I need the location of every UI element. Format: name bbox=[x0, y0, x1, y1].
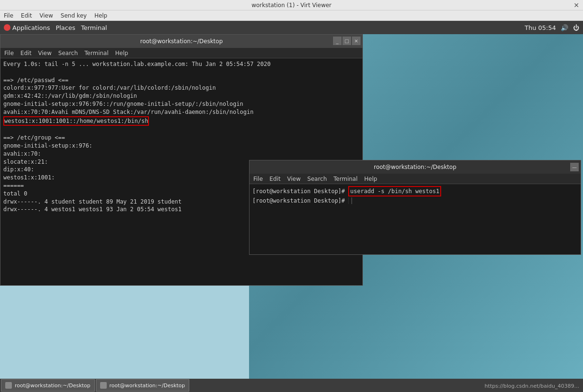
desktop: root@workstation:~/Desktop _ □ ✕ File Ed… bbox=[0, 34, 583, 392]
menu-help[interactable]: Help bbox=[94, 12, 107, 19]
terminal-label[interactable]: Terminal bbox=[81, 24, 107, 31]
term1-line-header: Every 1.0s: tail -n 5 ... workstation.la… bbox=[3, 60, 360, 68]
term2-menu-search[interactable]: Search bbox=[307, 176, 327, 182]
term2-title-bar: root@workstation:~/Desktop — bbox=[250, 160, 581, 174]
menu-edit[interactable]: Edit bbox=[21, 12, 32, 19]
term2-line2: [root@workstation Desktop]# █ bbox=[252, 196, 578, 205]
term2-content[interactable]: [root@workstation Desktop]# useradd -s /… bbox=[250, 184, 581, 254]
gnome-logo bbox=[4, 24, 10, 31]
term1-passwd-header: ==> /etc/passwd <== bbox=[3, 76, 360, 84]
taskbar: root@workstation:~/Desktop root@workstat… bbox=[0, 379, 583, 392]
term1-menu-file[interactable]: File bbox=[4, 50, 14, 56]
gnome-apps-menu[interactable]: Applications bbox=[4, 24, 50, 31]
term2-cmd1: useradd -s /bin/sh westos1 bbox=[348, 186, 441, 196]
term1-minimize-btn[interactable]: _ bbox=[333, 37, 342, 45]
gnome-panel: Applications Places Terminal Thu 05:54 🔊… bbox=[0, 21, 583, 34]
term1-passwd-line4: avahi:x:70:70:Avahi mDNS/DNS-SD Stack:/v… bbox=[3, 108, 360, 116]
window-close-btn[interactable]: ✕ bbox=[574, 1, 579, 9]
term2-cursor: █ bbox=[348, 197, 352, 204]
app-menu-bar: File Edit View Send key Help bbox=[0, 10, 583, 21]
term1-passwd-line2: gdm:x:42:42::/var/lib/gdm:/sbin/nologin bbox=[3, 92, 360, 100]
term1-window-buttons: _ □ ✕ bbox=[333, 37, 361, 45]
term1-title: root@workstation:~/Desktop bbox=[140, 38, 222, 45]
term2-menu-view[interactable]: View bbox=[287, 176, 300, 182]
desktop-fill-area bbox=[0, 286, 249, 379]
term1-maximize-btn[interactable]: □ bbox=[342, 37, 351, 45]
taskbar-item-2[interactable]: root@workstation:~/Desktop bbox=[96, 379, 190, 392]
term2-menu-file[interactable]: File bbox=[253, 176, 263, 182]
virt-viewer-title-bar: workstation (1) - Virt Viewer ✕ bbox=[0, 0, 583, 10]
taskbar-item-1[interactable]: root@workstation:~/Desktop bbox=[1, 379, 95, 392]
term1-menu-bar: File Edit View Search Terminal Help bbox=[0, 48, 362, 58]
term1-menu-help[interactable]: Help bbox=[115, 50, 128, 56]
term2-menu-bar: File Edit View Search Terminal Help bbox=[250, 174, 581, 184]
gnome-panel-right: Thu 05:54 🔊 ⏻ bbox=[525, 24, 579, 31]
power-icon[interactable]: ⏻ bbox=[573, 24, 579, 31]
term1-title-bar: root@workstation:~/Desktop _ □ ✕ bbox=[0, 35, 362, 48]
taskbar-label-1: root@workstation:~/Desktop bbox=[15, 383, 91, 389]
term1-blank1 bbox=[3, 68, 360, 76]
term1-group-line1: gnome-initial-setup:x:976: bbox=[3, 142, 360, 150]
places-label[interactable]: Places bbox=[56, 24, 75, 31]
term2-title: root@workstation:~/Desktop bbox=[374, 164, 456, 170]
clock: Thu 05:54 bbox=[525, 24, 556, 31]
menu-sendkey[interactable]: Send key bbox=[61, 12, 87, 19]
term2-menu-edit[interactable]: Edit bbox=[269, 176, 280, 182]
term1-close-btn[interactable]: ✕ bbox=[352, 37, 361, 45]
term1-menu-terminal[interactable]: Terminal bbox=[84, 50, 109, 56]
menu-view[interactable]: View bbox=[39, 12, 53, 19]
applications-label[interactable]: Applications bbox=[12, 24, 50, 31]
term1-passwd-line1: colord:x:977:977:User for colord:/var/li… bbox=[3, 84, 360, 92]
term2-menu-help[interactable]: Help bbox=[364, 176, 377, 182]
term1-menu-edit[interactable]: Edit bbox=[20, 50, 31, 56]
term1-passwd-highlight: westos1:x:1001:1001::/home/westos1:/bin/… bbox=[3, 116, 360, 126]
term2-prompt2: [root@workstation Desktop]# bbox=[252, 197, 348, 204]
term2-prompt1: [root@workstation Desktop]# bbox=[252, 188, 348, 195]
gnome-panel-left: Applications Places Terminal bbox=[4, 24, 107, 31]
term2-close-btn[interactable]: — bbox=[570, 163, 579, 171]
menu-file[interactable]: File bbox=[4, 12, 13, 19]
term1-menu-search[interactable]: Search bbox=[58, 50, 78, 56]
term2-line1: [root@workstation Desktop]# useradd -s /… bbox=[252, 186, 578, 196]
term1-menu-view[interactable]: View bbox=[38, 50, 51, 56]
term1-group-line2: avahi:x:70: bbox=[3, 150, 360, 158]
term1-passwd-line3: gnome-initial-setup:x:976:976::/run/gnom… bbox=[3, 100, 360, 108]
taskbar-icon-2 bbox=[100, 382, 107, 389]
terminal-window-2: root@workstation:~/Desktop — File Edit V… bbox=[249, 160, 581, 255]
term1-blank2 bbox=[3, 126, 360, 134]
taskbar-label-2: root@workstation:~/Desktop bbox=[110, 383, 185, 389]
term2-menu-terminal[interactable]: Terminal bbox=[333, 176, 358, 182]
window-title: workstation (1) - Virt Viewer bbox=[251, 2, 332, 9]
taskbar-url: https://blog.csdn.net/baidu_40389... bbox=[481, 380, 583, 392]
speaker-icon[interactable]: 🔊 bbox=[561, 24, 568, 31]
taskbar-icon-1 bbox=[5, 382, 12, 389]
term1-group-header: ==> /etc/group <== bbox=[3, 134, 360, 142]
